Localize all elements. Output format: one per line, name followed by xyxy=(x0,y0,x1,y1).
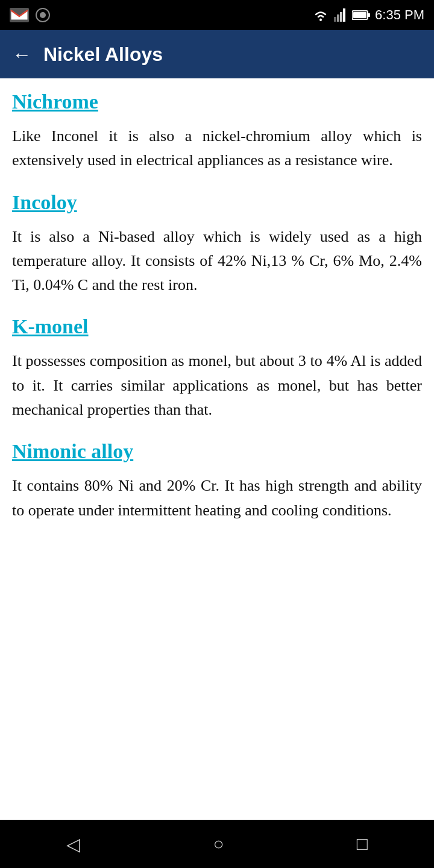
section-nimonic-alloy: Nimonic alloy It contains 80% Ni and 20%… xyxy=(12,440,422,523)
status-bar-left xyxy=(10,7,51,23)
back-button[interactable]: ← xyxy=(12,45,31,64)
svg-rect-10 xyxy=(353,12,366,18)
sync-icon xyxy=(35,7,51,23)
svg-rect-6 xyxy=(340,12,342,22)
svg-point-3 xyxy=(319,19,322,21)
page-title: Nickel Alloys xyxy=(43,43,163,66)
svg-rect-4 xyxy=(334,17,336,22)
nav-bar: ◁ ○ □ xyxy=(0,820,434,868)
section-nichrome: Nichrome Like Inconel it is also a nicke… xyxy=(12,90,422,173)
svg-rect-7 xyxy=(343,8,345,22)
signal-icon xyxy=(334,8,347,22)
k-monel-description: It possesses composition as monel, but a… xyxy=(12,349,422,422)
nichrome-description: Like Inconel it is also a nickel-chromiu… xyxy=(12,124,422,173)
status-bar-right: 6:35 PM xyxy=(312,7,424,23)
nimonic-alloy-title[interactable]: Nimonic alloy xyxy=(12,440,422,463)
nichrome-title[interactable]: Nichrome xyxy=(12,90,422,113)
content-area: Nichrome Like Inconel it is also a nicke… xyxy=(0,78,434,820)
wifi-icon xyxy=(312,8,329,22)
battery-icon xyxy=(352,10,370,20)
incoloy-description: It is also a Ni-based alloy which is wid… xyxy=(12,225,422,298)
svg-point-2 xyxy=(40,12,46,18)
gmail-icon xyxy=(10,8,29,22)
incoloy-title[interactable]: Incoloy xyxy=(12,191,422,214)
app-bar: ← Nickel Alloys xyxy=(0,30,434,78)
status-time: 6:35 PM xyxy=(375,7,424,23)
home-nav-button[interactable]: ○ xyxy=(213,834,224,854)
section-incoloy: Incoloy It is also a Ni-based alloy whic… xyxy=(12,191,422,298)
back-nav-button[interactable]: ◁ xyxy=(66,834,80,855)
k-monel-title[interactable]: K-monel xyxy=(12,315,422,338)
section-k-monel: K-monel It possesses composition as mone… xyxy=(12,315,422,422)
nimonic-alloy-description: It contains 80% Ni and 20% Cr. It has hi… xyxy=(12,474,422,523)
svg-rect-9 xyxy=(368,13,370,17)
recents-nav-button[interactable]: □ xyxy=(357,834,368,854)
status-bar: 6:35 PM xyxy=(0,0,434,30)
svg-rect-5 xyxy=(337,14,339,22)
